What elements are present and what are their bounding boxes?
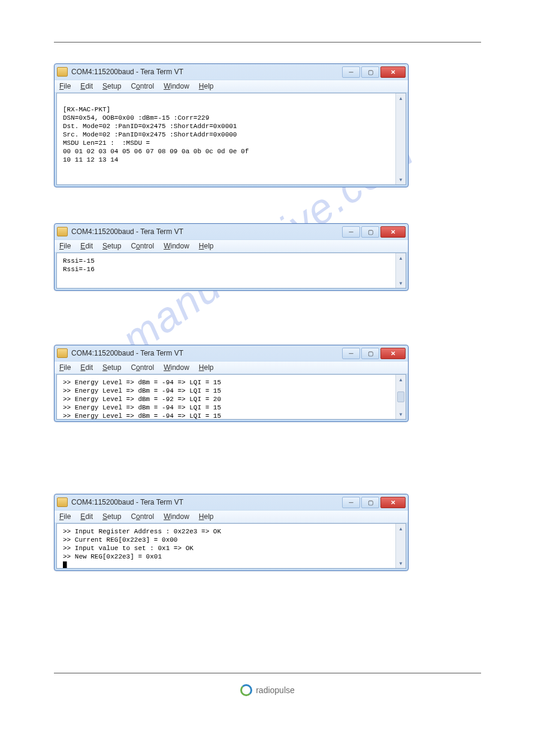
client-area-wrap: [RX-MAC-PKT] DSN=0x54, OOB=0x00 :dBm=-15… [56,93,406,185]
titlebar[interactable]: COM4:115200baud - Tera Term VT ─ ▢ ✕ [55,224,408,239]
app-icon [57,348,68,358]
client-area-wrap: >> Input Register Address : 0x22e3 => OK… [56,523,406,569]
maximize-button[interactable]: ▢ [361,497,379,508]
close-button[interactable]: ✕ [380,348,406,359]
menu-window[interactable]: Window [164,512,189,521]
maximize-button[interactable]: ▢ [361,66,379,78]
menu-edit[interactable]: Edit [80,242,93,250]
menu-help[interactable]: Help [199,512,214,521]
terminal-output[interactable]: >> Energy Level => dBm = -94 => LQI = 15… [57,375,395,419]
tera-term-window: COM4:115200baud - Tera Term VT ─ ▢ ✕ Fil… [54,345,409,422]
menubar: File Edit Setup Control Window Help [55,361,408,374]
scroll-up-icon[interactable]: ▲ [396,93,406,103]
app-icon [57,67,68,77]
close-button[interactable]: ✕ [380,226,406,238]
terminal-output[interactable]: Rssi=-15 Rssi=-16 [57,253,395,288]
tera-term-window: COM4:115200baud - Tera Term VT ─ ▢ ✕ Fil… [54,223,409,291]
close-button[interactable]: ✕ [380,66,406,78]
menu-window[interactable]: Window [164,242,189,250]
menu-setup[interactable]: Setup [102,363,121,372]
client-area-wrap: >> Energy Level => dBm = -94 => LQI = 15… [56,374,406,420]
titlebar[interactable]: COM4:115200baud - Tera Term VT ─ ▢ ✕ [55,345,408,361]
titlebar[interactable]: COM4:115200baud - Tera Term VT ─ ▢ ✕ [55,64,408,80]
client-area-wrap: Rssi=-15 Rssi=-16 ▲ ▼ [56,253,406,289]
tera-term-window: COM4:115200baud - Tera Term VT ─ ▢ ✕ Fil… [54,63,409,187]
scroll-down-icon[interactable]: ▼ [396,278,406,288]
scroll-thumb[interactable] [397,391,404,402]
menu-window[interactable]: Window [164,82,189,90]
radiopulse-logo-icon [240,684,252,696]
menu-file[interactable]: File [59,82,71,90]
terminal-output[interactable]: [RX-MAC-PKT] DSN=0x54, OOB=0x00 :dBm=-15… [57,93,395,184]
minimize-button[interactable]: ─ [342,497,360,508]
minimize-button[interactable]: ─ [342,226,360,238]
footer: radiopulse [54,684,481,696]
footer-brand: radiopulse [256,685,295,695]
menu-help[interactable]: Help [199,82,214,90]
bottom-rule [54,673,481,673]
menubar: File Edit Setup Control Window Help [55,80,408,93]
scroll-up-icon[interactable]: ▲ [396,375,406,384]
close-button[interactable]: ✕ [380,497,406,508]
maximize-button[interactable]: ▢ [361,226,379,238]
menubar: File Edit Setup Control Window Help [55,239,408,253]
window-title: COM4:115200baud - Tera Term VT [71,349,183,357]
app-icon [57,497,68,507]
scroll-down-icon[interactable]: ▼ [396,175,406,184]
menu-control[interactable]: Control [131,363,154,372]
vertical-scrollbar[interactable]: ▲ ▼ [395,524,406,568]
vertical-scrollbar[interactable]: ▲ ▼ [395,253,406,288]
terminal-output[interactable]: >> Input Register Address : 0x22e3 => OK… [57,524,395,568]
menu-control[interactable]: Control [131,242,154,250]
menu-edit[interactable]: Edit [80,512,93,521]
scroll-down-icon[interactable]: ▼ [396,409,406,419]
top-rule [54,42,481,42]
menu-edit[interactable]: Edit [80,82,93,90]
menubar: File Edit Setup Control Window Help [55,510,408,523]
vertical-scrollbar[interactable]: ▲ ▼ [395,375,406,419]
menu-window[interactable]: Window [164,363,189,372]
minimize-button[interactable]: ─ [342,66,360,78]
window-title: COM4:115200baud - Tera Term VT [71,227,183,236]
scroll-down-icon[interactable]: ▼ [396,558,406,568]
scroll-up-icon[interactable]: ▲ [396,253,406,263]
app-icon [57,227,68,236]
menu-setup[interactable]: Setup [102,82,121,90]
tera-term-window: COM4:115200baud - Tera Term VT ─ ▢ ✕ Fil… [54,494,409,571]
window-title: COM4:115200baud - Tera Term VT [71,68,183,76]
menu-setup[interactable]: Setup [102,242,121,250]
menu-file[interactable]: File [59,242,71,250]
menu-control[interactable]: Control [131,512,154,521]
maximize-button[interactable]: ▢ [361,348,379,359]
menu-control[interactable]: Control [131,82,154,90]
window-title: COM4:115200baud - Tera Term VT [71,498,183,506]
titlebar[interactable]: COM4:115200baud - Tera Term VT ─ ▢ ✕ [55,494,408,510]
menu-help[interactable]: Help [199,242,214,250]
menu-file[interactable]: File [59,363,71,372]
menu-setup[interactable]: Setup [102,512,121,521]
minimize-button[interactable]: ─ [342,348,360,359]
menu-edit[interactable]: Edit [80,363,93,372]
scroll-up-icon[interactable]: ▲ [396,524,406,533]
menu-file[interactable]: File [59,512,71,521]
menu-help[interactable]: Help [199,363,214,372]
vertical-scrollbar[interactable]: ▲ ▼ [395,93,406,184]
